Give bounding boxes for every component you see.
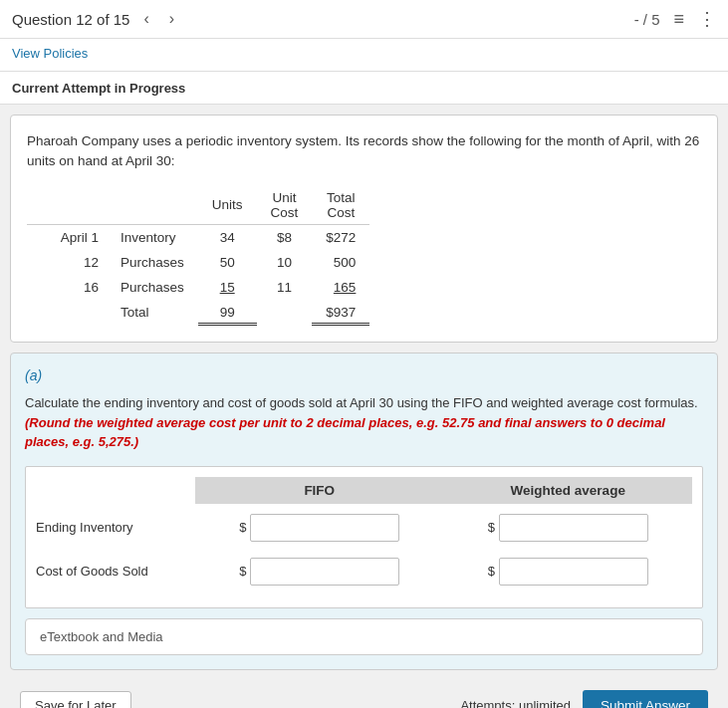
row-date: April 1 (27, 224, 107, 250)
table-row-total: Total 99 $937 (27, 300, 369, 325)
etextbook-bar: eTextbook and Media (25, 618, 703, 655)
part-label: (a) (25, 367, 703, 383)
wa-ending-inventory-group: $ (444, 514, 693, 542)
instruction-text: Calculate the ending inventory and cost … (25, 393, 703, 452)
table-row: April 1 Inventory 34 $8 $272 (27, 224, 369, 250)
ending-inventory-label: Ending Inventory (36, 520, 195, 535)
col-header-units: Units (198, 186, 257, 225)
fifo-ending-inventory-input[interactable] (250, 514, 399, 542)
answer-header: FIFO Weighted average (36, 477, 692, 504)
header-bar: Question 12 of 15 ‹ › - / 5 ≡ ⋮ (0, 0, 728, 39)
part-a-card: (a) Calculate the ending inventory and c… (10, 353, 718, 670)
instruction-plain: Calculate the ending inventory and cost … (25, 395, 698, 410)
question-label: Question 12 of 15 (12, 11, 129, 28)
currency-symbol-fifo-cogs: $ (239, 564, 246, 579)
etextbook-label: eTextbook and Media (40, 629, 163, 644)
instruction-red: (Round the weighted average cost per uni… (25, 415, 665, 450)
nav-next-button[interactable]: › (163, 8, 180, 30)
answer-section: FIFO Weighted average Ending Inventory $… (25, 466, 703, 608)
footer-right: Attempts: unlimited Submit Answer (460, 690, 708, 709)
currency-symbol-wa-cogs: $ (488, 564, 495, 579)
header-left: Question 12 of 15 ‹ › (12, 8, 180, 30)
fifo-cogs-group: $ (195, 558, 444, 586)
table-row: 12 Purchases 50 10 500 (27, 250, 369, 275)
row-unit-cost-total (257, 300, 313, 325)
attempt-bar: Current Attempt in Progress (0, 72, 728, 105)
wa-cogs-input[interactable] (499, 558, 648, 586)
answer-header-empty (36, 477, 195, 504)
row-units-total: 99 (198, 300, 257, 325)
row-date: 12 (27, 250, 107, 275)
attempt-status-label: Current Attempt in Progress (12, 81, 185, 96)
view-policies-bar: View Policies (0, 39, 728, 72)
fifo-ending-inventory-group: $ (195, 514, 444, 542)
row-label: Total (107, 300, 198, 325)
col-header-weighted: Weighted average (444, 477, 693, 504)
col-header-fifo: FIFO (195, 477, 444, 504)
list-icon-button[interactable]: ≡ (673, 9, 684, 30)
row-unit-cost: $8 (257, 224, 313, 250)
row-total-cost: $272 (312, 224, 369, 250)
footer-bar: Save for Later Attempts: unlimited Submi… (10, 680, 718, 709)
row-unit-cost: 11 (257, 275, 313, 300)
col-header-total-cost: TotalCost (312, 186, 369, 225)
wa-cogs-group: $ (444, 558, 693, 586)
row-label: Inventory (107, 224, 198, 250)
table-row: 16 Purchases 15 11 165 (27, 275, 369, 300)
currency-symbol-fifo-ei: $ (239, 520, 246, 535)
row-unit-cost: 10 (257, 250, 313, 275)
cogs-row: Cost of Goods Sold $ $ (36, 554, 692, 590)
row-label: Purchases (107, 250, 198, 275)
row-label: Purchases (107, 275, 198, 300)
main-content: Pharoah Company uses a periodic inventor… (0, 105, 728, 708)
row-total-cost-total: $937 (312, 300, 369, 325)
currency-symbol-wa-ei: $ (488, 520, 495, 535)
wa-ending-inventory-input[interactable] (499, 514, 648, 542)
problem-card: Pharoah Company uses a periodic inventor… (10, 115, 718, 343)
col-header-unit-cost: UnitCost (257, 186, 313, 225)
row-date: 16 (27, 275, 107, 300)
score-label: - / 5 (634, 11, 660, 28)
ending-inventory-row: Ending Inventory $ $ (36, 510, 692, 546)
fifo-cogs-input[interactable] (250, 558, 399, 586)
attempts-label: Attempts: unlimited (460, 698, 571, 709)
nav-prev-button[interactable]: ‹ (137, 8, 154, 30)
view-policies-link[interactable]: View Policies (12, 46, 88, 61)
row-date (27, 300, 107, 325)
header-right: - / 5 ≡ ⋮ (634, 8, 716, 30)
row-units: 50 (198, 250, 257, 275)
row-total-cost: 500 (312, 250, 369, 275)
inventory-table: Units UnitCost TotalCost April 1 Invento… (27, 186, 369, 327)
problem-text: Pharoah Company uses a periodic inventor… (27, 131, 701, 172)
row-units: 15 (198, 275, 257, 300)
row-total-cost: 165 (312, 275, 369, 300)
submit-answer-button[interactable]: Submit Answer (583, 690, 708, 709)
more-icon-button[interactable]: ⋮ (698, 8, 716, 30)
save-later-button[interactable]: Save for Later (20, 691, 131, 709)
cogs-label: Cost of Goods Sold (36, 564, 195, 579)
row-units: 34 (198, 224, 257, 250)
